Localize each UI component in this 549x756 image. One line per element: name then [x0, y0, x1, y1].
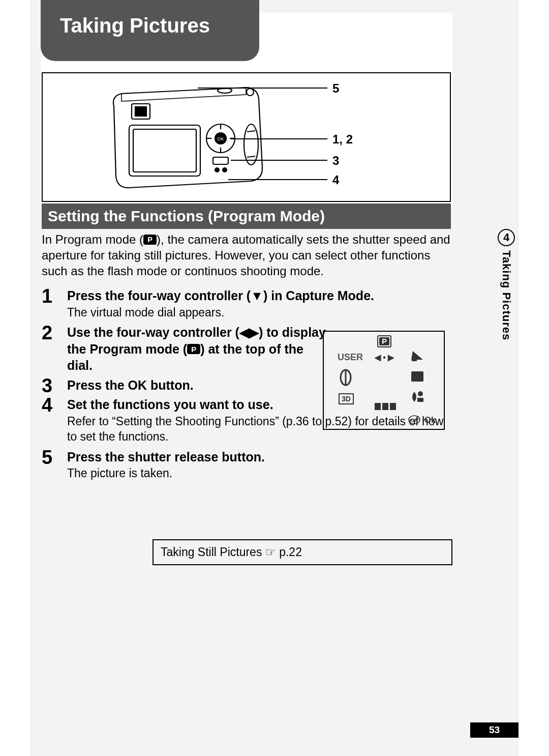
svg-point-16	[244, 124, 258, 165]
svg-rect-32	[390, 403, 396, 410]
diagram-callout-3: 3	[332, 154, 339, 168]
cross-reference-box: Taking Still Pictures ☞ p.22	[152, 539, 452, 565]
svg-rect-13	[213, 157, 228, 164]
step-heading: Use the four-way controller (◀▶) to disp…	[67, 324, 326, 374]
svg-rect-34	[417, 398, 423, 402]
step-number: 1	[42, 285, 52, 307]
svg-point-27	[412, 371, 416, 375]
step-detail: The picture is taken.	[67, 466, 451, 481]
step-detail: The virtual mode dial appears.	[67, 305, 451, 321]
step-1: 1 Press the four-way controller (▼) in C…	[42, 287, 451, 320]
intro-text-pre: In Program mode (	[42, 232, 143, 246]
svg-text:3D: 3D	[342, 395, 351, 403]
side-chapter-label: Taking Pictures	[500, 250, 513, 340]
step-number: 2	[42, 322, 52, 344]
svg-point-15	[223, 168, 227, 172]
side-thumb-tab: 4 Taking Pictures	[494, 229, 518, 340]
svg-line-17	[247, 131, 255, 132]
program-mode-icon: P	[143, 235, 157, 245]
svg-rect-4	[129, 125, 200, 176]
reference-text: Taking Still Pictures ☞ p.22	[161, 545, 302, 559]
chapter-header: Taking Pictures	[41, 0, 259, 61]
svg-rect-5	[133, 129, 196, 172]
chapter-title: Taking Pictures	[60, 14, 210, 37]
step-number: 3	[42, 375, 52, 397]
svg-rect-3	[135, 107, 146, 116]
svg-rect-31	[382, 403, 388, 410]
step-heading: Press the shutter release button.	[67, 449, 451, 466]
program-mode-icon: P	[187, 344, 200, 354]
diagram-callout-4: 4	[332, 173, 339, 187]
steps-list: 1 Press the four-way controller (▼) in C…	[42, 287, 451, 485]
camera-diagram: OK 5 1, 2 3 4	[42, 72, 451, 202]
chapter-number-circle: 4	[498, 229, 515, 246]
step-number: 5	[42, 447, 52, 469]
camera-illustration: OK	[94, 78, 277, 195]
svg-point-14	[215, 168, 219, 172]
svg-point-33	[418, 391, 423, 396]
intro-paragraph: In Program mode (P), the camera automati…	[42, 231, 451, 279]
svg-line-18	[247, 156, 255, 157]
step-heading: Press the four-way controller (▼) in Cap…	[67, 287, 451, 304]
svg-text:Ok: Ok	[424, 415, 436, 425]
svg-text:USER: USER	[338, 352, 363, 362]
svg-rect-30	[375, 403, 381, 410]
svg-text:OK: OK	[217, 136, 224, 141]
svg-point-1	[247, 89, 254, 96]
svg-text:OK: OK	[411, 418, 418, 423]
section-heading: Setting the Functions (Program Mode)	[42, 203, 451, 229]
svg-text:◀ • ▶: ◀ • ▶	[374, 353, 394, 362]
diagram-callout-5: 5	[332, 81, 339, 96]
svg-rect-23	[412, 357, 417, 361]
step-5: 5 Press the shutter release button. The …	[42, 449, 451, 481]
mode-dial-inset: P USER ◀ • ▶ 3D OK Ok	[323, 331, 445, 430]
page-number: 53	[470, 722, 518, 738]
p-mode-icon: P	[382, 337, 387, 345]
step-number: 4	[42, 394, 52, 416]
diagram-callout-12: 1, 2	[332, 132, 353, 147]
